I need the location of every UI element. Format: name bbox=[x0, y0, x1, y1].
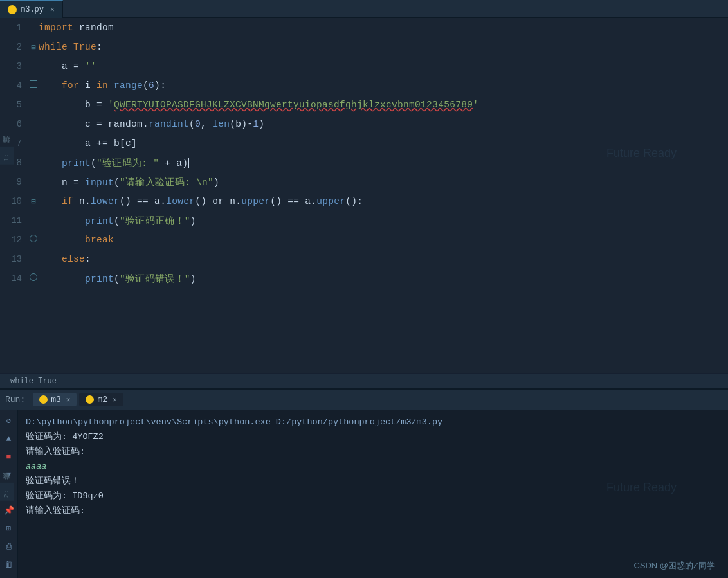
output-line-5: 请输入验证码: bbox=[26, 504, 720, 519]
line-content-14: print("验证码错误！") bbox=[39, 273, 725, 285]
code-line-9: 9 n = input("请输入验证码: \n") bbox=[0, 172, 728, 192]
print-button[interactable]: ⎙ bbox=[3, 540, 15, 553]
line-content-3: a = '' bbox=[39, 61, 725, 71]
line-content-5: b = 'QWERTYUIOPASDFGHJKLZXCVBNMqwertyuio… bbox=[39, 100, 725, 110]
code-line-5: 5 b = 'QWERTYUIOPASDFGHJKLZXCVBNMqwertyu… bbox=[0, 95, 728, 114]
code-line-8: 8 print("验证码为: ​" + a) bbox=[0, 153, 728, 172]
line-num-11: 11 bbox=[3, 215, 28, 226]
rerun-button[interactable]: ↺ bbox=[3, 414, 15, 427]
run-tab-m2[interactable]: m2 ✕ bbox=[79, 393, 123, 406]
python-tab-icon bbox=[8, 5, 17, 14]
tab-close-icon[interactable]: ✕ bbox=[50, 5, 55, 14]
fold-4 bbox=[28, 80, 39, 91]
editor-area: 1: 编辑 Future Ready 1 import random 2 ⊟ bbox=[0, 18, 728, 373]
tab-label: m3.py bbox=[21, 5, 44, 14]
code-line-1: 1 import random bbox=[0, 18, 728, 37]
format-button[interactable]: ⊞ bbox=[3, 522, 15, 535]
tab-m3py[interactable]: m3.py ✕ bbox=[0, 0, 63, 18]
code-editor[interactable]: 1 import random 2 ⊟ while True: 3 bbox=[0, 18, 728, 373]
run-tab-bar: Run: m3 ✕ m2 ✕ bbox=[0, 390, 728, 410]
line-num-13: 13 bbox=[3, 254, 28, 264]
line-num-14: 14 bbox=[3, 273, 28, 284]
code-line-3: 3 a = '' bbox=[0, 57, 728, 76]
run-tab-close-m2[interactable]: ✕ bbox=[113, 395, 117, 404]
code-line-4: 4 for i in range(6): bbox=[0, 76, 728, 95]
output-line-4: 验证码为: ID9qz0 bbox=[26, 489, 720, 504]
output-line-3: 验证码错误！ bbox=[26, 474, 720, 489]
code-line-2: 2 ⊟ while True: bbox=[0, 37, 728, 57]
run-tab-label-m3: m3 bbox=[51, 395, 61, 404]
scroll-up-button[interactable]: ▲ bbox=[3, 432, 15, 445]
run-content: ↺ ▲ ■ ▼ ≡ 📌 ⊞ ⎙ 🗑 D:\python\pythonprojec… bbox=[0, 410, 728, 578]
code-line-14: 14 print("验证码错误！") bbox=[0, 269, 728, 288]
fold-2[interactable]: ⊟ bbox=[28, 42, 39, 52]
code-lines: 1 import random 2 ⊟ while True: 3 bbox=[0, 18, 728, 373]
code-line-11: 11 print("验证码正确！") bbox=[0, 211, 728, 230]
line-content-10: if n.lower() == a.lower() or n.upper() =… bbox=[39, 196, 725, 206]
line-num-2: 2 bbox=[3, 42, 28, 52]
run-tab-label-m2: m2 bbox=[97, 395, 107, 404]
run-panel: Future Ready Run: m3 ✕ m2 ✕ ↺ ▲ ■ ▼ bbox=[0, 388, 728, 578]
run-tab-icon-m2 bbox=[86, 395, 94, 404]
line-content-9: n = input("请输入验证码: \n") bbox=[39, 176, 725, 188]
run-tab-m3[interactable]: m3 ✕ bbox=[33, 393, 77, 406]
line-num-10: 10 bbox=[3, 196, 28, 206]
run-tab-icon-m3 bbox=[39, 395, 48, 404]
line-num-5: 5 bbox=[3, 100, 28, 110]
side-label-top: 1: 编辑 bbox=[0, 147, 14, 165]
line-num-3: 3 bbox=[3, 61, 28, 71]
run-output: D:\python\pythonproject\venv\Scripts\pyt… bbox=[18, 410, 728, 578]
scroll-down-button[interactable]: ▼ bbox=[3, 468, 15, 481]
line-content-13: else: bbox=[39, 254, 725, 264]
code-line-7: 7 a += b[c] bbox=[0, 134, 728, 153]
side-label-bottom: 2: 收藏 bbox=[0, 483, 14, 501]
code-line-6: 6 c = random.randint(0, len(b)-1) bbox=[0, 114, 728, 134]
line-num-12: 12 bbox=[3, 235, 28, 245]
line-content-8: print("验证码为: ​" + a) bbox=[39, 157, 725, 169]
output-line-1: 验证码为: 4YOFZ2 bbox=[26, 430, 720, 445]
line-num-4: 4 bbox=[3, 80, 28, 91]
fold-12 bbox=[28, 235, 39, 245]
csdn-text: CSDN @困惑的Z同学 bbox=[633, 561, 715, 570]
run-label: Run: bbox=[5, 395, 25, 404]
code-line-10: 10 ⊟ if n.lower() == a.lower() or n.uppe… bbox=[0, 192, 728, 211]
run-tab-close-m3[interactable]: ✕ bbox=[66, 395, 71, 404]
status-text: while True bbox=[10, 377, 57, 386]
line-content-4: for i in range(6): bbox=[39, 80, 725, 91]
code-line-12: 12 break bbox=[0, 230, 728, 249]
code-line-13: 13 else: bbox=[0, 249, 728, 269]
output-path: D:\python\pythonproject\venv\Scripts\pyt… bbox=[26, 415, 720, 430]
trash-button[interactable]: 🗑 bbox=[3, 558, 15, 571]
line-content-2: while True: bbox=[39, 42, 725, 52]
editor-status-bar: while True bbox=[0, 373, 728, 388]
line-num-1: 1 bbox=[3, 23, 28, 33]
editor-tab-bar: m3.py ✕ bbox=[0, 0, 728, 18]
stop-button[interactable]: ■ bbox=[3, 450, 15, 463]
fold-10[interactable]: ⊟ bbox=[28, 197, 39, 206]
output-input-1: aaaa bbox=[26, 460, 720, 474]
line-content-7: a += b[c] bbox=[39, 138, 725, 149]
line-num-6: 6 bbox=[3, 119, 28, 129]
line-content-1: import random bbox=[39, 23, 725, 33]
csdn-credit: CSDN @困惑的Z同学 bbox=[633, 560, 715, 572]
line-content-12: break bbox=[39, 235, 725, 245]
output-line-2: 请输入验证码: bbox=[26, 445, 720, 460]
line-content-6: c = random.randint(0, len(b)-1) bbox=[39, 119, 725, 129]
pin-button[interactable]: 📌 bbox=[3, 504, 15, 517]
line-num-9: 9 bbox=[3, 177, 28, 187]
line-content-11: print("验证码正确！") bbox=[39, 215, 725, 227]
fold-14 bbox=[28, 273, 39, 284]
